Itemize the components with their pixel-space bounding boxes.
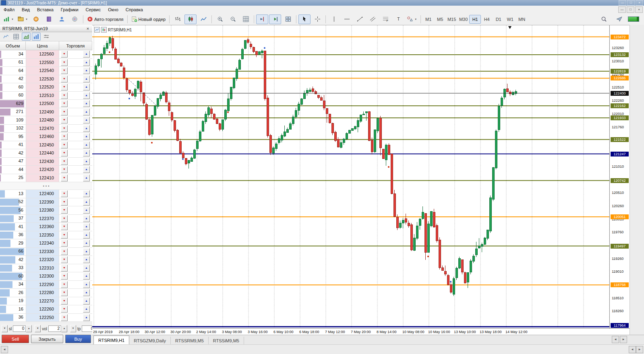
timeframe-m15-button[interactable]: M15 xyxy=(446,15,458,24)
sell-order-button[interactable]: ▼ xyxy=(61,199,68,206)
price-cell[interactable]: 122390 xyxy=(26,198,59,206)
price-cell[interactable]: 122470 xyxy=(26,125,59,133)
chart-tab-rtssrm9-m5[interactable]: RTSSRM9,M5 xyxy=(171,337,209,344)
line-chart-button[interactable] xyxy=(197,14,209,24)
price-cell[interactable]: 122490 xyxy=(26,108,59,116)
grid-button[interactable] xyxy=(240,14,252,24)
price-cell[interactable]: 122480 xyxy=(26,116,59,124)
sell-order-button[interactable]: ▼ xyxy=(61,207,68,214)
price-cell[interactable]: 122530 xyxy=(26,75,59,83)
timeframe-m5-button[interactable]: M5 xyxy=(434,15,446,24)
buy-order-button[interactable]: ▲ xyxy=(83,273,90,280)
horizontal-line-button[interactable] xyxy=(341,14,353,24)
sell-order-button[interactable]: ▼ xyxy=(61,109,68,115)
price-cell[interactable]: 122270 xyxy=(26,297,59,305)
sl-spin-up-button[interactable]: ▲ xyxy=(26,325,32,332)
price-cell[interactable]: 122500 xyxy=(26,100,59,108)
sell-order-button[interactable]: ▼ xyxy=(61,175,68,181)
sell-order-button[interactable]: ▼ xyxy=(61,142,68,148)
price-cell[interactable]: 122520 xyxy=(26,83,59,91)
buy-order-button[interactable]: ▲ xyxy=(83,199,90,206)
objects-button[interactable]: ▼ xyxy=(405,14,418,24)
close-position-button[interactable]: Закрыть xyxy=(31,335,63,343)
tab-scroll-left-button[interactable]: ◂ xyxy=(612,336,619,343)
menu-item-charts[interactable]: Графики xyxy=(57,6,82,13)
sell-order-button[interactable]: ▼ xyxy=(61,281,68,288)
scroll-left-button[interactable]: ◂ xyxy=(1,346,8,353)
timeframe-h1-button[interactable]: H1 xyxy=(469,15,481,24)
scroll-left-button-2[interactable]: ◂ xyxy=(629,346,636,353)
community-button[interactable] xyxy=(56,14,68,24)
crosshair-button[interactable] xyxy=(311,14,323,24)
price-cell[interactable]: 122330 xyxy=(26,248,59,256)
buy-order-button[interactable]: ▲ xyxy=(83,92,90,99)
sell-order-button[interactable]: ▼ xyxy=(61,298,68,305)
buy-order-button[interactable]: ▲ xyxy=(83,158,90,165)
zoom-out-button[interactable] xyxy=(227,14,239,24)
autotrading-button[interactable]: Авто-торговля xyxy=(85,14,125,24)
sell-order-button[interactable]: ▼ xyxy=(61,306,68,313)
chart-minimize-button[interactable]: — xyxy=(618,6,626,13)
market-button[interactable]: M xyxy=(30,14,42,24)
buy-order-button[interactable]: ▲ xyxy=(83,240,90,247)
sell-order-button[interactable]: ▼ xyxy=(61,223,68,230)
menu-item-file[interactable]: Файл xyxy=(0,6,18,13)
price-cell[interactable]: 122290 xyxy=(26,281,59,289)
timeframe-d1-button[interactable]: D1 xyxy=(493,15,504,24)
sell-order-button[interactable]: ▼ xyxy=(61,117,68,123)
sell-order-button[interactable]: ▼ xyxy=(61,76,68,82)
sell-order-button[interactable]: ▼ xyxy=(61,133,68,140)
codebase-button[interactable] xyxy=(43,14,55,24)
vol-spin-up-button[interactable]: ▲ xyxy=(61,325,67,332)
buy-order-button[interactable]: ▲ xyxy=(83,248,90,255)
price-chart[interactable]: RTSRIM9,H1 xyxy=(92,25,609,328)
tab-scroll-right-button[interactable]: ▸ xyxy=(620,336,627,343)
price-cell[interactable]: 122300 xyxy=(26,272,59,280)
menu-item-view[interactable]: Вид xyxy=(18,6,33,13)
sell-order-button[interactable]: ▼ xyxy=(61,150,68,156)
sell-order-button[interactable]: ▼ xyxy=(61,215,68,222)
sell-order-button[interactable]: ▼ xyxy=(61,256,68,263)
sell-order-button[interactable]: ▼ xyxy=(61,51,68,58)
vertical-line-button[interactable] xyxy=(328,14,340,24)
buy-order-button[interactable]: ▲ xyxy=(83,76,90,82)
buy-order-button[interactable]: ▲ xyxy=(83,207,90,214)
text-label-button[interactable]: T xyxy=(392,14,404,24)
sl-dropdown-button[interactable]: ▼ xyxy=(2,325,8,332)
sell-order-button[interactable]: ▼ xyxy=(61,84,68,91)
restore-button[interactable]: □ xyxy=(627,0,635,6)
new-chart-button[interactable]: ▼ xyxy=(2,14,15,24)
scroll-right-button[interactable]: ▸ xyxy=(636,346,643,353)
buy-order-button[interactable]: ▲ xyxy=(83,298,90,305)
sell-order-button[interactable]: ▼ xyxy=(61,100,68,107)
buy-order-button[interactable]: ▲ xyxy=(83,306,90,313)
price-cell[interactable]: 122440 xyxy=(26,149,59,157)
sell-order-button[interactable]: ▼ xyxy=(61,125,68,132)
sell-order-button[interactable]: ▼ xyxy=(61,232,68,239)
menu-item-insert[interactable]: Вставка xyxy=(33,6,57,13)
chart-shift-button[interactable] xyxy=(256,14,268,24)
chart-tab-rtsgzm9-daily[interactable]: RTSGZM9,Daily xyxy=(129,337,171,344)
price-cell[interactable]: 122380 xyxy=(26,206,59,214)
horizontal-scrollbar[interactable]: ◂ ◂ ▸ xyxy=(0,344,644,354)
sell-order-button[interactable]: ▼ xyxy=(61,265,68,272)
sell-order-button[interactable]: ▼ xyxy=(61,59,68,66)
price-cell[interactable]: 122560 xyxy=(26,50,59,58)
new-order-button[interactable]: Новый ордер xyxy=(130,14,168,24)
sell-order-button[interactable]: ▼ xyxy=(61,240,68,247)
sell-order-button[interactable]: ▼ xyxy=(61,190,68,197)
buy-order-button[interactable]: ▲ xyxy=(83,51,90,58)
price-cell[interactable]: 122360 xyxy=(26,223,59,231)
sell-order-button[interactable]: ▼ xyxy=(61,248,68,255)
price-cell[interactable]: 122410 xyxy=(26,174,59,182)
cursor-button[interactable] xyxy=(298,14,311,24)
buy-order-button[interactable]: ▲ xyxy=(83,133,90,140)
price-cell[interactable]: 122320 xyxy=(26,256,59,264)
sell-order-button[interactable]: ▼ xyxy=(61,273,68,280)
price-cell[interactable]: 122420 xyxy=(26,166,59,174)
buy-order-button[interactable]: ▲ xyxy=(83,190,90,197)
buy-order-button[interactable]: ▲ xyxy=(83,100,90,107)
timeframe-mn-button[interactable]: MN xyxy=(516,15,528,24)
menu-item-help[interactable]: Справка xyxy=(122,6,147,13)
profiles-button[interactable]: ▼ xyxy=(16,14,29,24)
